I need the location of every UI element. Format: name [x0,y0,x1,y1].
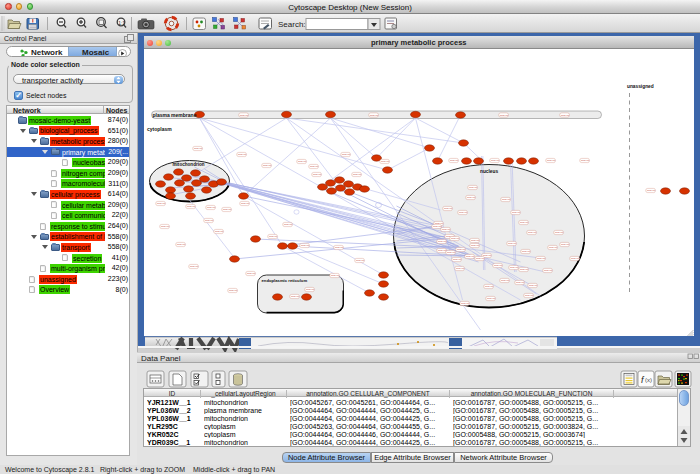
svg-text:[Unk-M]: [Unk-M] [206,206,215,209]
svg-text:[Unk-M]: [Unk-M] [449,159,458,162]
svg-text:[Unk-M]: [Unk-M] [484,285,493,288]
svg-text:[Unk-M]: [Unk-M] [204,219,213,222]
svg-text:[Unk-M]: [Unk-M] [355,259,364,262]
svg-text:[Unk-M]: [Unk-M] [239,114,248,117]
svg-text:[Unk-M]: [Unk-M] [437,249,446,252]
svg-text:[Unk-M]: [Unk-M] [519,268,528,271]
svg-text:[Unk-M]: [Unk-M] [290,295,299,298]
svg-text:[Unk-M]: [Unk-M] [214,230,223,233]
svg-text:[Unk-M]: [Unk-M] [283,223,292,226]
svg-text:[Unk-M]: [Unk-M] [460,302,469,305]
svg-text:[Unk-M]: [Unk-M] [380,160,389,163]
svg-text:[Unk-M]: [Unk-M] [515,281,524,284]
svg-text:[Unk-M]: [Unk-M] [240,202,249,205]
svg-text:[Unk-M]: [Unk-M] [527,231,536,234]
svg-text:unassigned: unassigned [627,84,654,89]
svg-text:[Unk-M]: [Unk-M] [470,239,479,242]
svg-text:[Unk-M]: [Unk-M] [160,225,169,228]
svg-text:[Unk-M]: [Unk-M] [500,279,509,282]
svg-text:[Unk-M]: [Unk-M] [554,231,563,234]
svg-text:[Unk-M]: [Unk-M] [466,196,475,199]
svg-text:Search:: Search: [278,20,306,29]
svg-text:nucleus: nucleus [480,169,498,174]
svg-text:[Unk-M]: [Unk-M] [458,211,467,214]
svg-text:[Unk-M]: [Unk-M] [262,164,271,167]
svg-text:[Unk-M]: [Unk-M] [546,159,555,162]
svg-text:[Unk-M]: [Unk-M] [156,202,165,205]
svg-text:[Unk-M]: [Unk-M] [450,237,459,240]
svg-text:[Unk-M]: [Unk-M] [456,248,465,251]
svg-text:[Unk-M]: [Unk-M] [228,289,237,292]
svg-text:mitochondrion: mitochondrion [172,162,204,167]
svg-text:[Unk-M]: [Unk-M] [486,297,495,300]
svg-text:[Unk-M]: [Unk-M] [443,207,452,210]
svg-text:plasma membrane: plasma membrane [152,112,196,118]
svg-text:[Unk-M]: [Unk-M] [432,225,441,228]
svg-text:[Unk-M]: [Unk-M] [499,114,508,117]
svg-text:[Unk-M]: [Unk-M] [507,242,516,245]
svg-text:endoplasmic reticulum: endoplasmic reticulum [261,278,307,283]
svg-text:[Unk-M]: [Unk-M] [268,235,277,238]
svg-text:[Unk-M]: [Unk-M] [334,246,343,249]
svg-text:[Unk-M]: [Unk-M] [297,160,306,163]
svg-text:[Unk-M]: [Unk-M] [309,165,318,168]
svg-text:[Unk-M]: [Unk-M] [560,114,569,117]
svg-text:[Unk-M]: [Unk-M] [312,173,321,176]
svg-text:[Unk-M]: [Unk-M] [193,147,202,150]
svg-text:1:1: 1:1 [118,20,125,26]
svg-text:[Unk-M]: [Unk-M] [536,257,545,260]
svg-text:[Unk-M]: [Unk-M] [490,159,499,162]
svg-text:[Unk-M]: [Unk-M] [519,221,528,224]
svg-text:[Unk-M]: [Unk-M] [176,243,185,246]
svg-text:[Unk-M]: [Unk-M] [470,244,479,247]
svg-text:[Unk-M]: [Unk-M] [468,186,477,189]
svg-text:[Unk-M]: [Unk-M] [501,198,510,201]
svg-text:[Unk-M]: [Unk-M] [352,173,361,176]
svg-text:[Unk-M]: [Unk-M] [369,114,378,117]
svg-text:[Unk-M]: [Unk-M] [452,258,461,261]
svg-text:[Unk-M]: [Unk-M] [493,264,502,267]
svg-text:[Unk-M]: [Unk-M] [222,208,231,211]
svg-text:[Unk-M]: [Unk-M] [528,284,537,287]
svg-text:[Unk-M]: [Unk-M] [300,244,309,247]
svg-text:[Unk-M]: [Unk-M] [441,228,450,231]
svg-text:(x): (x) [645,377,652,383]
svg-text:[Unk-M]: [Unk-M] [330,274,339,277]
svg-text:[Unk-M]: [Unk-M] [465,255,474,258]
svg-text:[Unk-M]: [Unk-M] [475,257,484,260]
svg-text:[Unk-M]: [Unk-M] [246,272,255,275]
svg-text:[Unk-M]: [Unk-M] [548,246,557,249]
svg-text:[Unk-M]: [Unk-M] [560,243,569,246]
svg-text:cytoplasm: cytoplasm [147,126,172,132]
svg-text:[Unk-M]: [Unk-M] [509,266,518,269]
svg-text:[Unk-M]: [Unk-M] [580,159,589,162]
svg-text:[Unk-M]: [Unk-M] [186,205,195,208]
svg-text:[Unk-M]: [Unk-M] [437,240,446,243]
svg-text:[Unk-M]: [Unk-M] [511,211,520,214]
svg-text:[Unk-M]: [Unk-M] [455,267,464,270]
svg-text:[Unk-M]: [Unk-M] [521,250,530,253]
svg-text:[Unk-M]: [Unk-M] [446,251,455,254]
svg-text:[Unk-M]: [Unk-M] [646,189,655,192]
svg-text:[Unk-M]: [Unk-M] [570,257,579,260]
svg-text:[Unk-M]: [Unk-M] [524,294,533,297]
svg-text:[Unk-M]: [Unk-M] [543,269,552,272]
svg-text:[Unk-M]: [Unk-M] [341,153,350,156]
svg-text:[Unk-M]: [Unk-M] [237,153,246,156]
svg-text:[Unk-M]: [Unk-M] [305,288,314,291]
svg-text:[Unk-M]: [Unk-M] [189,265,198,268]
